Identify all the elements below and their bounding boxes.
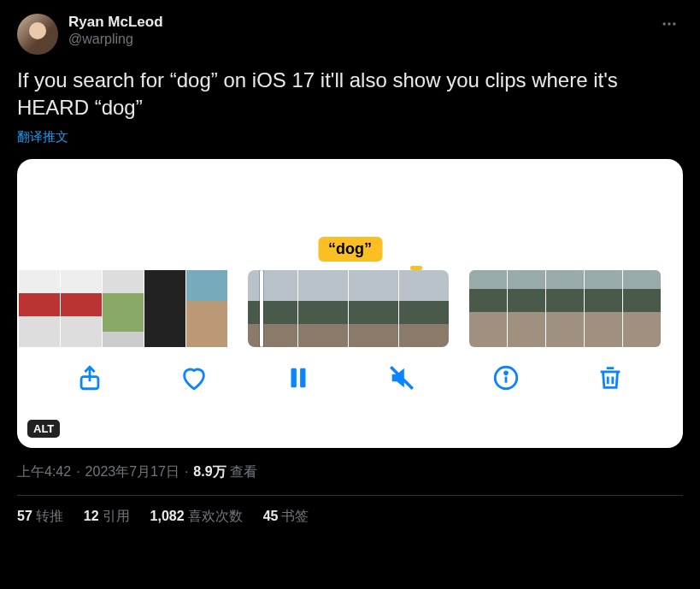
svg-point-9 [505,372,508,374]
svg-rect-4 [291,368,296,387]
retweets-count: 57 [17,509,32,523]
speaker-muted-icon [387,363,416,392]
clip-thumbnail [399,270,449,347]
views-label: 查看 [230,463,257,481]
likes-count: 1,082 [150,509,185,523]
pause-icon [284,363,313,392]
bookmarks-stat[interactable]: 45书签 [263,508,309,526]
tweet-meta: 上午4:42 2023年7月17日 8.9万 查看 [17,463,683,481]
quotes-label: 引用 [103,509,130,523]
pause-button[interactable] [279,359,317,397]
playhead-cursor[interactable] [260,270,263,347]
svg-point-2 [673,22,675,25]
translate-link[interactable]: 翻译推文 [17,129,68,145]
tweet-stats: 57转推 12引用 1,082喜欢次数 45书签 [17,508,683,526]
clip-thumbnail [19,270,60,347]
tweet-header: Ryan McLeod @warpling [17,14,683,55]
likes-stat[interactable]: 1,082喜欢次数 [150,508,243,526]
views-count: 8.9万 [193,463,226,481]
clip-group-1 [19,270,227,347]
media-upper-area: “dog” [17,159,683,270]
clip-thumbnail [585,270,622,347]
tweet-date[interactable]: 2023年7月17日 [85,463,179,481]
divider [17,495,683,496]
media-controls [17,347,683,417]
clip-thumbnail [144,270,185,347]
retweets-stat[interactable]: 57转推 [17,508,63,526]
more-button[interactable] [659,14,679,34]
user-handle[interactable]: @warpling [68,31,163,47]
media-attachment[interactable]: “dog” [17,159,683,448]
video-scrubber[interactable] [17,270,683,347]
mute-button[interactable] [383,359,421,397]
clip-thumbnail [469,270,507,347]
delete-button[interactable] [591,359,629,397]
more-icon [661,15,678,32]
clip-thumbnail [298,270,348,347]
clip-thumbnail [508,270,545,347]
tweet-time[interactable]: 上午4:42 [17,463,71,481]
clip-group-2-active [248,270,449,347]
quotes-count: 12 [84,509,99,523]
quotes-stat[interactable]: 12引用 [84,508,130,526]
tweet-container: Ryan McLeod @warpling If you search for … [0,0,700,539]
display-name[interactable]: Ryan McLeod [68,14,163,31]
clip-thumbnail [61,270,102,347]
clip-thumbnail [186,270,227,347]
tweet-text: If you search for “dog” on iOS 17 it'll … [17,67,683,122]
retweets-label: 转推 [36,509,63,523]
avatar[interactable] [17,14,58,55]
info-button[interactable] [487,359,525,397]
clip-thumbnail [349,270,398,347]
likes-label: 喜欢次数 [188,509,243,523]
clip-thumbnail [546,270,584,347]
svg-rect-5 [300,368,305,387]
info-icon [491,363,521,392]
trash-icon [596,363,625,392]
favorite-button[interactable] [175,359,213,397]
bookmarks-count: 45 [263,509,279,523]
user-names: Ryan McLeod @warpling [68,14,163,48]
clip-thumbnail [623,270,661,347]
svg-point-1 [668,22,670,25]
bookmarks-label: 书签 [281,509,309,523]
heart-icon [179,363,209,392]
alt-badge[interactable]: ALT [27,420,60,438]
svg-point-0 [663,22,666,25]
share-button[interactable] [71,359,109,397]
search-tag-label: “dog” [318,237,382,262]
clip-thumbnail [103,270,144,347]
clip-thumbnail [248,270,297,347]
clip-group-3 [469,270,661,347]
share-icon [75,363,104,392]
